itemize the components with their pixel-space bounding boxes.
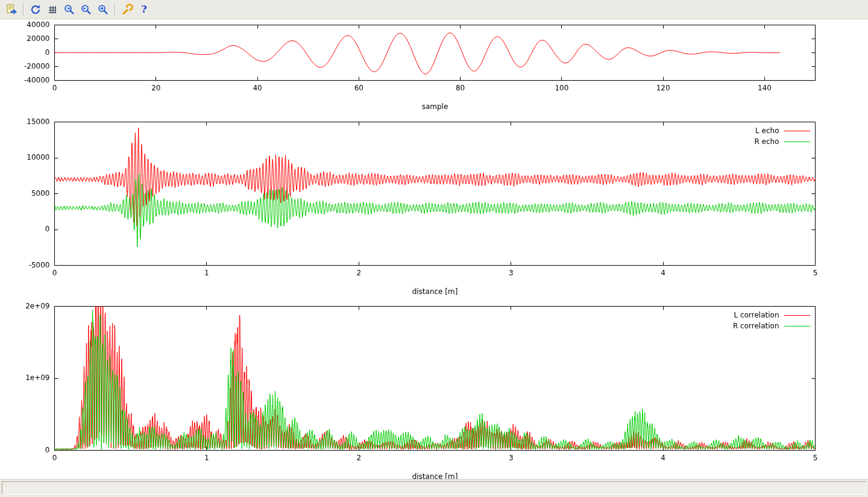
zoom-previous-button[interactable] — [61, 2, 77, 17]
toolbar: ? — [0, 0, 868, 19]
grid-toggle-button[interactable] — [45, 2, 60, 17]
toolbar-separator — [115, 3, 116, 16]
grid-icon — [46, 4, 58, 16]
svg-text:?: ? — [141, 4, 146, 15]
replot-button[interactable] — [28, 2, 43, 17]
copy-to-clipboard-button[interactable] — [4, 2, 19, 17]
status-field — [2, 481, 866, 495]
refresh-icon — [30, 4, 42, 16]
question-mark-icon: ? — [138, 4, 150, 16]
clipboard-export-icon — [5, 4, 17, 16]
help-button[interactable]: ? — [136, 2, 152, 17]
toolbar-separator — [23, 3, 24, 16]
autoscale-button[interactable] — [95, 2, 111, 17]
correlation-chart[interactable] — [0, 296, 868, 479]
echo-chart[interactable] — [0, 116, 868, 296]
zoom-next-button[interactable] — [78, 2, 94, 17]
sample-waveform-chart[interactable] — [0, 19, 868, 116]
configure-button[interactable] — [119, 2, 135, 17]
plot-area — [0, 19, 868, 479]
gnuplot-window: ? — [0, 0, 868, 497]
status-bar — [0, 479, 868, 497]
wrench-icon — [121, 4, 133, 16]
zoom-next-icon — [80, 4, 92, 16]
zoom-previous-icon — [63, 4, 75, 16]
magnifier-icon — [97, 4, 109, 16]
